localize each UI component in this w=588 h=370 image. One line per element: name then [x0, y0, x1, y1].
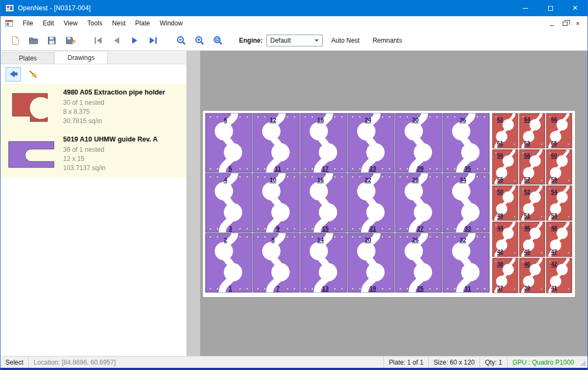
nest-part-pair-purple[interactable]: 3231 [443, 233, 489, 292]
nest-part-pair-red[interactable]: 4039 [519, 258, 545, 293]
zoom-in-button[interactable] [192, 32, 208, 49]
open-button[interactable] [25, 32, 42, 49]
nest-part-pair-purple[interactable]: 2019 [348, 233, 394, 292]
mdi-restore-button[interactable] [559, 18, 570, 28]
splitter[interactable] [187, 51, 200, 356]
part-nested-count: 36 of 1 nested [63, 145, 158, 154]
clear-drawings-button[interactable] [25, 67, 40, 82]
zoom-out-button[interactable] [173, 32, 189, 49]
svg-text:5: 5 [229, 165, 232, 172]
svg-text:30: 30 [412, 117, 419, 123]
menu-nest[interactable]: Nest [107, 17, 131, 30]
nest-part-pair-red[interactable]: 5655 [493, 150, 518, 184]
save-as-button[interactable] [62, 32, 78, 49]
svg-text:59: 59 [551, 177, 557, 183]
tab-plates[interactable]: Plates [2, 52, 54, 64]
next-plate-button[interactable] [127, 32, 143, 49]
svg-text:37: 37 [497, 285, 503, 291]
nest-part-pair-purple[interactable]: 2423 [348, 113, 394, 172]
status-size: Size: 60 x 120 [429, 356, 480, 368]
svg-text:55: 55 [497, 177, 503, 183]
nest-part-pair-red[interactable]: 6463 [519, 113, 545, 148]
status-mode: Select [1, 356, 28, 368]
nest-part-pair-red[interactable]: 5857 [519, 150, 545, 184]
close-button[interactable]: × [563, 0, 587, 16]
nest-part-pair-purple[interactable]: 1413 [300, 233, 347, 292]
app-icon [5, 4, 14, 12]
return-part-button[interactable] [5, 67, 21, 82]
status-qty: Qty: 1 [480, 356, 507, 368]
auto-nest-button[interactable]: Auto Nest [327, 33, 364, 48]
nest-part-pair-purple[interactable]: 3635 [443, 113, 489, 172]
nest-part-pair-purple[interactable]: 109 [253, 173, 299, 232]
svg-text:9: 9 [276, 225, 279, 232]
svg-text:46: 46 [524, 225, 530, 231]
list-item-part[interactable]: 4980 A05 Extraction pipe holder 30 of 1 … [1, 84, 187, 131]
svg-text:49: 49 [497, 213, 503, 219]
nest-part-pair-red[interactable]: 4847 [546, 222, 572, 257]
menu-plate[interactable]: Plate [131, 17, 155, 30]
mdi-minimize-button[interactable] [546, 18, 557, 28]
list-item-part[interactable]: 5019 A10 UHMW guide Rev. A 36 of 1 neste… [1, 131, 187, 178]
svg-text:45: 45 [524, 249, 530, 255]
engine-select[interactable]: Default [266, 35, 323, 46]
svg-text:6: 6 [224, 117, 227, 123]
nest-part-pair-red[interactable]: 3837 [493, 258, 518, 293]
tab-drawings[interactable]: Drawings [54, 51, 108, 64]
zoom-fit-button[interactable] [210, 32, 226, 49]
nested-parts-drawing[interactable]: 6512111817242330293635431091615222128273… [203, 111, 575, 297]
nest-part-pair-red[interactable]: 4241 [546, 258, 572, 293]
menu-edit[interactable]: Edit [38, 17, 59, 30]
previous-plate-button[interactable] [108, 32, 125, 49]
svg-text:39: 39 [524, 285, 530, 291]
nest-part-pair-purple[interactable]: 1615 [300, 173, 347, 232]
last-plate-button[interactable] [145, 32, 161, 49]
nest-part-pair-red[interactable]: 4443 [493, 222, 518, 257]
document-icon [5, 19, 13, 28]
menu-file[interactable]: File [18, 17, 38, 30]
nest-part-pair-red[interactable]: 6665 [546, 113, 572, 148]
svg-text:48: 48 [551, 225, 557, 231]
nest-part-pair-purple[interactable]: 65 [206, 113, 252, 172]
save-button[interactable] [44, 32, 60, 49]
svg-text:36: 36 [460, 117, 466, 123]
new-button[interactable] [7, 32, 23, 49]
svg-text:28: 28 [412, 177, 419, 183]
nest-part-pair-purple[interactable]: 2827 [395, 173, 442, 232]
minimize-button[interactable] [513, 0, 538, 16]
nest-part-pair-purple[interactable]: 1211 [253, 113, 299, 172]
resize-grip[interactable] [579, 356, 587, 368]
nest-part-pair-red[interactable]: 5049 [493, 186, 518, 220]
nest-part-pair-purple[interactable]: 87 [253, 233, 299, 292]
menu-window[interactable]: Window [155, 17, 188, 30]
nest-part-pair-red[interactable]: 6059 [546, 150, 572, 184]
nest-part-pair-red[interactable]: 5251 [519, 186, 545, 220]
nest-part-pair-purple[interactable]: 43 [206, 173, 252, 232]
svg-text:41: 41 [551, 285, 557, 291]
nest-part-pair-purple[interactable]: 2221 [348, 173, 394, 232]
menu-view[interactable]: View [59, 17, 83, 30]
svg-text:40: 40 [524, 261, 530, 267]
nest-part-pair-purple[interactable]: 1817 [300, 113, 347, 172]
plate[interactable]: 6512111817242330293635431091615222128273… [203, 111, 575, 297]
nest-part-pair-purple[interactable]: 3029 [395, 113, 442, 172]
part-list: 4980 A05 Extraction pipe holder 30 of 1 … [1, 84, 187, 178]
svg-text:1: 1 [229, 285, 232, 292]
nest-part-pair-purple[interactable]: 3433 [443, 173, 489, 232]
titlebar: OpenNest - [N0317-004] × [1, 0, 587, 16]
nest-part-pair-red[interactable]: 5453 [546, 186, 572, 220]
nest-part-pair-red[interactable]: 4645 [519, 222, 545, 257]
nest-part-pair-purple[interactable]: 2625 [395, 233, 442, 292]
svg-text:29: 29 [417, 165, 423, 172]
nest-part-pair-purple[interactable]: 21 [206, 233, 252, 292]
status-location: Location: [84.8696, 60.6957] [29, 356, 120, 368]
opennest-window: OpenNest - [N0317-004] × File Edit View … [0, 0, 588, 370]
mdi-close-button[interactable]: × [572, 18, 583, 28]
menu-tools[interactable]: Tools [83, 17, 107, 30]
nest-part-pair-red[interactable]: 6261 [493, 113, 518, 148]
nest-canvas[interactable]: 6512111817242330293635431091615222128273… [200, 51, 587, 356]
first-plate-button[interactable] [90, 32, 106, 49]
zoom-out-icon [176, 35, 187, 46]
remnants-button[interactable]: Remnants [368, 33, 407, 48]
maximize-button[interactable] [538, 0, 563, 16]
